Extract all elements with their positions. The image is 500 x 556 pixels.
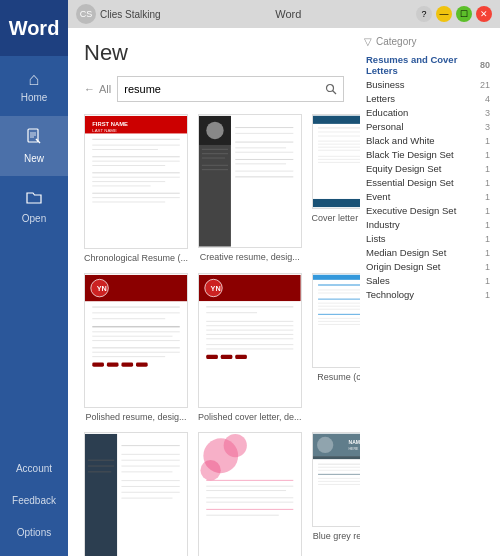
- svg-point-129: [317, 437, 333, 453]
- home-icon: ⌂: [29, 70, 40, 88]
- search-input[interactable]: [118, 80, 319, 98]
- template-thumb: [312, 114, 360, 209]
- avatar: CS: [76, 4, 96, 24]
- template-thumb: FIRST NAME LAST NAME: [84, 114, 188, 249]
- category-row[interactable]: Letters 4: [364, 92, 492, 105]
- sidebar-item-account[interactable]: Account: [0, 452, 68, 484]
- category-count: 1: [485, 262, 490, 272]
- templates-grid: FIRST NAME LAST NAME: [84, 114, 344, 556]
- svg-rect-42: [313, 116, 360, 207]
- sidebar-bottom: Account Feedback Options: [0, 452, 68, 556]
- feedback-label: Feedback: [12, 495, 56, 506]
- category-row[interactable]: Black Tie Design Set 1: [364, 148, 492, 161]
- sidebar-item-home-label: Home: [21, 92, 48, 103]
- svg-point-27: [206, 122, 223, 139]
- svg-rect-69: [92, 363, 104, 367]
- svg-line-6: [333, 91, 337, 95]
- category-row[interactable]: Equity Design Set 1: [364, 162, 492, 175]
- svg-text:NAME: NAME: [348, 439, 360, 445]
- collapse-icon[interactable]: ▽: [364, 36, 372, 47]
- template-label: Creative resume, desig...: [200, 252, 300, 262]
- category-count: 1: [485, 136, 490, 146]
- category-row[interactable]: Origin Design Set 1: [364, 260, 492, 273]
- template-item[interactable]: NAME HERE Blue grey resume: [312, 432, 360, 556]
- template-item[interactable]: Creative resume, desig...: [198, 114, 302, 263]
- category-name: Equity Design Set: [366, 163, 442, 174]
- template-label: Cover letter (Blue): [312, 213, 360, 223]
- page-title: New: [84, 40, 344, 66]
- category-panel: ▽ Category Resumes and Cover Letters 80 …: [360, 28, 500, 556]
- template-thumb: [198, 432, 302, 556]
- svg-rect-70: [107, 363, 119, 367]
- template-item[interactable]: YN: [198, 273, 302, 422]
- templates-area: New ← All: [68, 28, 360, 556]
- category-name: Essential Design Set: [366, 177, 454, 188]
- category-name: Black and White: [366, 135, 435, 146]
- template-item[interactable]: YN: [84, 273, 188, 422]
- category-row[interactable]: Resumes and Cover Letters 80: [364, 53, 492, 77]
- category-name: Letters: [366, 93, 395, 104]
- content: New ← All: [68, 28, 500, 556]
- svg-point-118: [224, 434, 247, 457]
- category-count: 4: [485, 94, 490, 104]
- sidebar-item-new[interactable]: New: [0, 116, 68, 176]
- template-label: Resume (color): [317, 372, 360, 382]
- category-count: 1: [485, 248, 490, 258]
- sidebar-logo[interactable]: Word: [0, 0, 68, 56]
- svg-rect-89: [313, 275, 360, 366]
- close-button[interactable]: ✕: [476, 6, 492, 22]
- svg-text:YN: YN: [211, 284, 221, 293]
- category-row[interactable]: Personal 3: [364, 120, 492, 133]
- titlebar: CS Clies Stalking Word ? — ☐ ✕: [68, 0, 500, 28]
- category-name: Origin Design Set: [366, 261, 440, 272]
- category-row[interactable]: Business 21: [364, 78, 492, 91]
- back-nav[interactable]: ← All: [84, 83, 111, 95]
- category-count: 1: [485, 234, 490, 244]
- category-row[interactable]: Median Design Set 1: [364, 246, 492, 259]
- sidebar-item-home[interactable]: ⌂ Home: [0, 56, 68, 116]
- category-name: Sales: [366, 275, 390, 286]
- sidebar-item-options[interactable]: Options: [0, 516, 68, 548]
- back-arrow-icon: ←: [84, 83, 95, 95]
- template-item[interactable]: Cover letter (Blue): [312, 114, 360, 263]
- svg-rect-87: [221, 355, 233, 359]
- category-name: Event: [366, 191, 390, 202]
- template-thumb: YN: [84, 273, 188, 408]
- template-item[interactable]: FIRST NAME LAST NAME: [84, 114, 188, 263]
- sidebar-item-feedback[interactable]: Feedback: [0, 484, 68, 516]
- category-row[interactable]: Black and White 1: [364, 134, 492, 147]
- svg-point-119: [200, 460, 220, 480]
- category-count: 1: [485, 164, 490, 174]
- svg-rect-88: [235, 355, 247, 359]
- template-item[interactable]: Pink floral resume: [198, 432, 302, 556]
- template-label: Blue grey resume: [313, 531, 360, 541]
- help-button[interactable]: ?: [416, 6, 432, 22]
- category-row[interactable]: Essential Design Set 1: [364, 176, 492, 189]
- category-row[interactable]: Industry 1: [364, 218, 492, 231]
- sidebar-item-open[interactable]: Open: [0, 176, 68, 236]
- sidebar-item-new-label: New: [24, 153, 44, 164]
- template-thumb: NAME HERE: [312, 432, 360, 527]
- svg-text:FIRST NAME: FIRST NAME: [92, 121, 128, 127]
- category-row[interactable]: Event 1: [364, 190, 492, 203]
- search-input-wrap: [117, 76, 344, 102]
- category-list: Resumes and Cover Letters 80 Business 21…: [364, 53, 492, 301]
- template-item[interactable]: Resume (color): [312, 273, 360, 422]
- category-count: 1: [485, 290, 490, 300]
- all-label: All: [99, 83, 111, 95]
- category-row[interactable]: Education 3: [364, 106, 492, 119]
- category-header: ▽ Category: [364, 36, 492, 47]
- account-label: Account: [16, 463, 52, 474]
- svg-text:YN: YN: [97, 284, 107, 293]
- category-row[interactable]: Lists 1: [364, 232, 492, 245]
- category-row[interactable]: Technology 1: [364, 288, 492, 301]
- category-row[interactable]: Executive Design Set 1: [364, 204, 492, 217]
- search-bar: ← All: [84, 76, 344, 102]
- search-button[interactable]: [319, 77, 343, 101]
- category-name: Education: [366, 107, 408, 118]
- maximize-button[interactable]: ☐: [456, 6, 472, 22]
- minimize-button[interactable]: —: [436, 6, 452, 22]
- template-thumb: [84, 432, 188, 556]
- category-row[interactable]: Sales 1: [364, 274, 492, 287]
- template-item[interactable]: Creative cover letter, de...: [84, 432, 188, 556]
